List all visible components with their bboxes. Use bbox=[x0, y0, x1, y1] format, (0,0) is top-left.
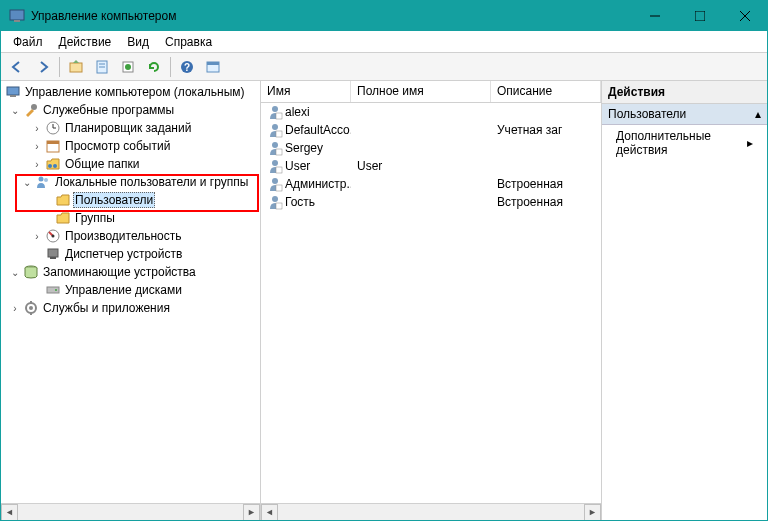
tree-storage[interactable]: ⌄ Запоминающие устройства bbox=[1, 263, 260, 281]
scroll-left-icon[interactable]: ◄ bbox=[1, 504, 18, 521]
svg-rect-15 bbox=[207, 62, 219, 65]
calendar-icon bbox=[45, 138, 61, 154]
scroll-left-icon[interactable]: ◄ bbox=[261, 504, 278, 521]
actions-section-label: Пользователи bbox=[608, 107, 686, 121]
svg-point-45 bbox=[272, 160, 278, 166]
svg-rect-44 bbox=[276, 149, 282, 155]
collapse-icon: ▴ bbox=[755, 107, 761, 121]
collapse-icon[interactable]: ⌄ bbox=[21, 177, 33, 188]
list-rows: alexiDefaultAcco...Учетная загSergeyUser… bbox=[261, 103, 601, 503]
list-row[interactable]: alexi bbox=[261, 103, 601, 121]
tree-label: Производительность bbox=[63, 228, 183, 244]
window-title: Управление компьютером bbox=[31, 9, 632, 23]
svg-rect-48 bbox=[276, 185, 282, 191]
refresh-button[interactable] bbox=[142, 56, 166, 78]
menu-file[interactable]: Файл bbox=[5, 33, 51, 51]
tree-label: Группы bbox=[73, 210, 117, 226]
tools-icon bbox=[23, 102, 39, 118]
minimize-button[interactable] bbox=[632, 1, 677, 31]
tree-label: Управление компьютером (локальным) bbox=[23, 84, 247, 100]
svg-point-24 bbox=[48, 164, 52, 168]
services-icon bbox=[23, 300, 39, 316]
column-description[interactable]: Описание bbox=[491, 81, 601, 102]
back-button[interactable] bbox=[5, 56, 29, 78]
tree-label-selected: Пользователи bbox=[73, 192, 155, 208]
scroll-right-icon[interactable]: ► bbox=[243, 504, 260, 521]
tree-performance[interactable]: › Производительность bbox=[1, 227, 260, 245]
svg-point-47 bbox=[272, 178, 278, 184]
svg-point-49 bbox=[272, 196, 278, 202]
expand-icon[interactable]: ⌄ bbox=[9, 105, 21, 116]
properties-button[interactable] bbox=[90, 56, 114, 78]
user-name: Гость bbox=[285, 195, 315, 209]
list-scrollbar[interactable]: ◄ ► bbox=[261, 503, 601, 520]
help-button[interactable]: ? bbox=[175, 56, 199, 78]
expand-icon[interactable]: › bbox=[31, 141, 43, 152]
tree-device-manager[interactable]: Диспетчер устройств bbox=[1, 245, 260, 263]
tree-users[interactable]: Пользователи bbox=[1, 191, 260, 209]
tree-shared-folders[interactable]: › Общие папки bbox=[1, 155, 260, 173]
user-description-cell: Учетная заг bbox=[491, 123, 601, 137]
svg-text:?: ? bbox=[184, 62, 190, 73]
column-full-name[interactable]: Полное имя bbox=[351, 81, 491, 102]
close-button[interactable] bbox=[722, 1, 767, 31]
user-description-cell: Встроенная bbox=[491, 195, 601, 209]
svg-rect-16 bbox=[7, 87, 19, 95]
folder-icon bbox=[55, 210, 71, 226]
tree-local-users[interactable]: ⌄ Локальные пользователи и группы bbox=[1, 173, 260, 191]
svg-point-18 bbox=[31, 104, 37, 110]
tree-task-scheduler[interactable]: › Планировщик заданий bbox=[1, 119, 260, 137]
user-name: Sergey bbox=[285, 141, 323, 155]
up-button[interactable] bbox=[64, 56, 88, 78]
tree-system-tools[interactable]: ⌄ Служебные программы bbox=[1, 101, 260, 119]
tree-label: Служебные программы bbox=[41, 102, 176, 118]
svg-point-34 bbox=[55, 289, 57, 291]
expand-icon[interactable]: › bbox=[31, 231, 43, 242]
performance-icon bbox=[45, 228, 61, 244]
device-icon bbox=[45, 246, 61, 262]
action-more[interactable]: Дополнительные действия ▸ bbox=[602, 125, 767, 161]
svg-point-11 bbox=[125, 64, 131, 70]
expand-icon[interactable]: › bbox=[31, 159, 43, 170]
toolbar-extra-button[interactable] bbox=[201, 56, 225, 78]
svg-point-26 bbox=[39, 177, 44, 182]
tree-root[interactable]: Управление компьютером (локальным) bbox=[1, 83, 260, 101]
user-description-cell: Встроенная bbox=[491, 177, 601, 191]
app-icon bbox=[9, 8, 25, 24]
tree-disk-management[interactable]: Управление дисками bbox=[1, 281, 260, 299]
tree-services[interactable]: › Службы и приложения bbox=[1, 299, 260, 317]
list-row[interactable]: Администр...Встроенная bbox=[261, 175, 601, 193]
list-row[interactable]: UserUser bbox=[261, 157, 601, 175]
shared-folder-icon bbox=[45, 156, 61, 172]
titlebar: Управление компьютером bbox=[1, 1, 767, 31]
menu-action[interactable]: Действие bbox=[51, 33, 120, 51]
scroll-right-icon[interactable]: ► bbox=[584, 504, 601, 521]
disk-icon bbox=[45, 282, 61, 298]
forward-button[interactable] bbox=[31, 56, 55, 78]
column-name[interactable]: Имя bbox=[261, 81, 351, 102]
menu-view[interactable]: Вид bbox=[119, 33, 157, 51]
actions-section-users[interactable]: Пользователи ▴ bbox=[602, 104, 767, 125]
export-button[interactable] bbox=[116, 56, 140, 78]
tree-label: Службы и приложения bbox=[41, 300, 172, 316]
collapse-icon[interactable]: ⌄ bbox=[9, 267, 21, 278]
svg-rect-50 bbox=[276, 203, 282, 209]
tree-event-viewer[interactable]: › Просмотр событий bbox=[1, 137, 260, 155]
tree-label: Планировщик заданий bbox=[63, 120, 193, 136]
user-name-cell: alexi bbox=[261, 104, 351, 120]
list-header: Имя Полное имя Описание bbox=[261, 81, 601, 103]
expand-icon[interactable]: › bbox=[9, 303, 21, 314]
tree-scrollbar[interactable]: ◄ ► bbox=[1, 503, 260, 520]
maximize-button[interactable] bbox=[677, 1, 722, 31]
tree-groups[interactable]: Группы bbox=[1, 209, 260, 227]
svg-rect-30 bbox=[48, 249, 58, 257]
user-name: DefaultAcco... bbox=[285, 123, 351, 137]
tree-label: Управление дисками bbox=[63, 282, 184, 298]
list-row[interactable]: ГостьВстроенная bbox=[261, 193, 601, 211]
svg-rect-23 bbox=[47, 141, 59, 144]
list-row[interactable]: Sergey bbox=[261, 139, 601, 157]
expand-icon[interactable]: › bbox=[31, 123, 43, 134]
menu-help[interactable]: Справка bbox=[157, 33, 220, 51]
svg-rect-1 bbox=[14, 20, 20, 22]
list-row[interactable]: DefaultAcco...Учетная заг bbox=[261, 121, 601, 139]
